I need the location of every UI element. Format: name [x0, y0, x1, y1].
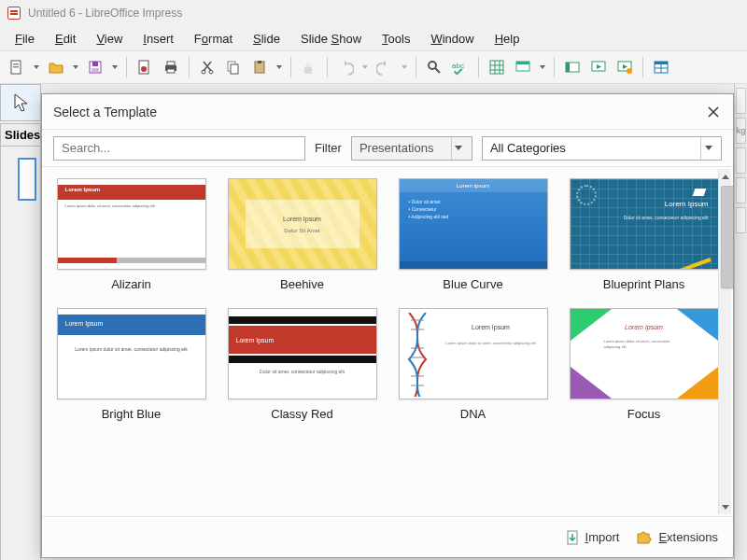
scroll-up-icon[interactable]: [719, 169, 731, 184]
template-label: Bright Blue: [102, 407, 162, 421]
template-thumb: Lorem Ipsum Lorem ipsum dolor sit amet, …: [57, 178, 206, 270]
titlebar: Untitled 6 - LibreOffice Impress: [0, 0, 747, 26]
import-icon: [565, 529, 580, 546]
template-thumb: Lorem Ipsum Lorem ipsum dolor sit amet, …: [570, 308, 719, 399]
menu-help[interactable]: Help: [486, 29, 529, 49]
template-card-beehive[interactable]: Lorem Ipsum Dolor Sit Amet Beehive: [222, 178, 382, 291]
select-tool[interactable]: [0, 84, 41, 121]
menu-insert[interactable]: Insert: [134, 29, 183, 49]
dock-stub[interactable]: [736, 207, 746, 233]
svg-rect-9: [167, 62, 175, 65]
dialog-title: Select a Template: [53, 105, 157, 119]
puzzle-icon: [636, 530, 653, 545]
dock-stub[interactable]: [736, 88, 746, 114]
template-thumb: Lorem Ipsum Dolor sit amet, consectetur …: [570, 178, 719, 270]
new-icon[interactable]: [6, 56, 28, 78]
grid-icon[interactable]: [486, 56, 508, 78]
svg-point-27: [627, 68, 632, 74]
template-thumb: Lorem Ipsum Dolor Sit Amet: [228, 178, 377, 270]
svg-rect-2: [13, 66, 19, 68]
dock-stub[interactable]: [736, 177, 746, 203]
open-dropdown[interactable]: [71, 65, 80, 69]
template-dialog: Select a Template Filter Presentations A…: [41, 93, 734, 558]
filter-label: Filter: [315, 141, 342, 155]
scroll-down-icon[interactable]: [719, 499, 731, 514]
svg-rect-22: [516, 62, 529, 64]
import-button[interactable]: Import: [565, 529, 620, 546]
toolbar-separator: [554, 57, 555, 77]
menu-slide[interactable]: Slide: [244, 29, 289, 49]
template-grid: Lorem Ipsum Lorem ipsum dolor sit amet, …: [51, 178, 724, 421]
filter-category-value: All Categories: [490, 141, 566, 155]
template-card-blueprint-plans[interactable]: Lorem Ipsum Dolor sit amet, consectetur …: [564, 178, 724, 291]
close-icon[interactable]: [705, 104, 722, 120]
menubar: File Edit View Insert Format Slide Slide…: [0, 26, 747, 50]
dialog-footer: Import Extensions: [42, 516, 733, 557]
dna-helix-icon: [405, 313, 430, 397]
template-label: Alizarin: [111, 277, 151, 291]
copy-icon[interactable]: [222, 56, 245, 78]
main-toolbar: abc: [0, 50, 747, 84]
save-dropdown[interactable]: [110, 65, 120, 69]
toolbar-separator: [478, 57, 479, 77]
display-views-icon[interactable]: [512, 56, 534, 78]
slide-thumbnail[interactable]: [18, 158, 36, 201]
chevron-down-icon: [700, 137, 715, 160]
redo-dropdown[interactable]: [400, 65, 409, 69]
paste-dropdown[interactable]: [275, 65, 284, 69]
redo-icon[interactable]: [374, 56, 396, 78]
open-icon[interactable]: [45, 56, 67, 78]
new-dropdown[interactable]: [32, 65, 41, 69]
undo-dropdown[interactable]: [360, 65, 370, 69]
menu-file[interactable]: File: [6, 29, 44, 49]
svg-rect-16: [258, 61, 261, 63]
template-thumb: Lorem Ipsum Lorem ipsum dolor sit amet, …: [399, 308, 548, 399]
find-replace-icon[interactable]: [423, 56, 445, 78]
filter-app-value: Presentations: [359, 141, 434, 155]
chevron-down-icon: [451, 137, 466, 160]
menu-window[interactable]: Window: [421, 29, 483, 49]
export-pdf-icon[interactable]: [134, 56, 156, 78]
menu-view[interactable]: View: [87, 29, 132, 49]
paste-icon[interactable]: [248, 56, 271, 78]
template-card-dna[interactable]: Lorem Ipsum Lorem ipsum dolor sit amet, …: [393, 308, 553, 421]
window-title: Untitled 6 - LibreOffice Impress: [28, 7, 182, 20]
toolbar-separator: [189, 57, 190, 77]
toolbar-separator: [290, 57, 291, 77]
template-label: Beehive: [280, 277, 324, 291]
print-icon[interactable]: [160, 56, 182, 78]
template-card-bright-blue[interactable]: Lorem Ipsum Lorem ipsum dolor sit amet, …: [51, 308, 211, 421]
start-first-slide-icon[interactable]: [587, 56, 610, 78]
insert-table-icon[interactable]: [650, 56, 672, 78]
start-current-slide-icon[interactable]: [613, 56, 636, 78]
template-thumb: Lorem Ipsum • Dolor sit amet• Consectetu…: [399, 178, 548, 270]
menu-format[interactable]: Format: [185, 29, 242, 49]
dialog-scrollbar[interactable]: [718, 169, 731, 514]
svg-rect-10: [167, 69, 175, 73]
undo-icon[interactable]: [334, 56, 357, 78]
template-label: Focus: [627, 407, 660, 421]
dock-stub[interactable]: [736, 147, 746, 174]
template-card-focus[interactable]: Lorem Ipsum Lorem ipsum dolor sit amet, …: [564, 308, 724, 421]
extensions-button[interactable]: Extensions: [636, 530, 718, 545]
menu-edit[interactable]: Edit: [46, 29, 85, 49]
spellcheck-icon[interactable]: abc: [449, 56, 472, 78]
save-icon[interactable]: [84, 56, 106, 78]
filter-category-combo[interactable]: All Categories: [482, 136, 722, 161]
clone-format-icon[interactable]: [298, 56, 320, 78]
template-card-blue-curve[interactable]: Lorem Ipsum • Dolor sit amet• Consectetu…: [393, 178, 553, 291]
scroll-thumb[interactable]: [721, 186, 733, 288]
cut-icon[interactable]: [196, 56, 218, 78]
app-icon: [7, 7, 21, 20]
template-label: Classy Red: [271, 407, 332, 421]
display-views-dropdown[interactable]: [538, 65, 547, 69]
template-card-alizarin[interactable]: Lorem Ipsum Lorem ipsum dolor sit amet, …: [51, 178, 211, 291]
right-sidebar-dock: kg: [734, 84, 747, 560]
search-input[interactable]: [53, 136, 305, 161]
menu-tools[interactable]: Tools: [373, 29, 419, 49]
menu-slideshow[interactable]: Slide Show: [291, 29, 371, 49]
master-slide-icon[interactable]: [561, 56, 584, 78]
dock-stub[interactable]: kg: [736, 118, 746, 144]
filter-app-combo[interactable]: Presentations: [351, 136, 472, 161]
template-card-classy-red[interactable]: Lorem Ipsum Dolor sit amet, consectetur …: [222, 308, 382, 421]
